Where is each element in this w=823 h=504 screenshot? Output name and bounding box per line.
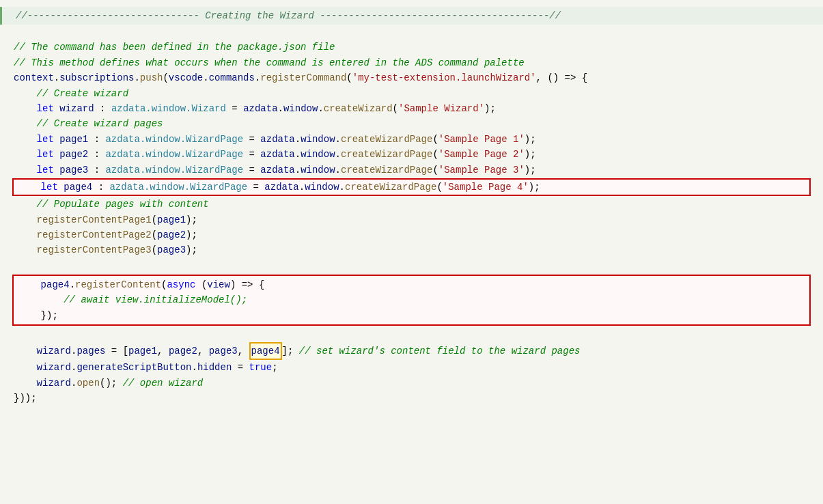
page4-register-content-box: page4.registerContent(async (view) => { …: [12, 275, 811, 326]
blank-line-3: [0, 327, 823, 342]
close-all-line: }));: [0, 391, 823, 406]
page3-decl-line: let page3 : azdata.window.WizardPage = a…: [0, 163, 823, 178]
section-header-text: //------------------------------ Creatin…: [16, 10, 561, 21]
page4-orange-highlight: page4: [249, 342, 282, 360]
code-container: //------------------------------ Creatin…: [0, 0, 823, 413]
reg3-line: registerContentPage3(page3);: [0, 242, 823, 257]
wizard-open-line: wizard.open(); // open wizard: [0, 376, 823, 391]
comment-line-1: // The command has been defined in the p…: [0, 40, 823, 55]
gen-script-line: wizard.generateScriptButton.hidden = tru…: [0, 360, 823, 375]
comment-wizard-pages: // Create wizard pages: [0, 116, 823, 131]
comment-text-1: // The command has been defined in the p…: [14, 40, 335, 55]
page2-decl-line: let page2 : azdata.window.WizardPage = a…: [0, 147, 823, 162]
wizard-pages-line: wizard.pages = [page1, page2, page3, pag…: [0, 342, 823, 360]
page4-decl-line: let page4 : azdata.window.WizardPage = a…: [16, 180, 807, 195]
ctx-push-line: context.subscriptions.push(vscode.comman…: [0, 70, 823, 85]
comment-line-2: // This method defines what occurs when …: [0, 55, 823, 70]
comment-create-wizard: // Create wizard: [0, 86, 823, 101]
push-method: push: [140, 70, 163, 85]
wizard-decl-line: let wizard : azdata.window.Wizard = azda…: [0, 101, 823, 116]
blank-line-2: [0, 258, 823, 273]
context-var: context: [14, 70, 54, 85]
await-initialize-line: // await view.initializeModel();: [16, 292, 807, 307]
reg1-line: registerContentPage1(page1);: [0, 212, 823, 227]
blank-line-1: [0, 25, 823, 40]
comment-text-2: // This method defines what occurs when …: [14, 55, 525, 70]
page4-reg-content-line: page4.registerContent(async (view) => {: [16, 277, 807, 292]
page4-highlight-box: let page4 : azdata.window.WizardPage = a…: [12, 178, 811, 196]
page1-decl-line: let page1 : azdata.window.WizardPage = a…: [0, 132, 823, 147]
section-header: //------------------------------ Creatin…: [0, 7, 823, 25]
close-brace-line: });: [16, 308, 807, 323]
comment-populate: // Populate pages with content: [0, 197, 823, 212]
reg2-line: registerContentPage2(page2);: [0, 227, 823, 242]
